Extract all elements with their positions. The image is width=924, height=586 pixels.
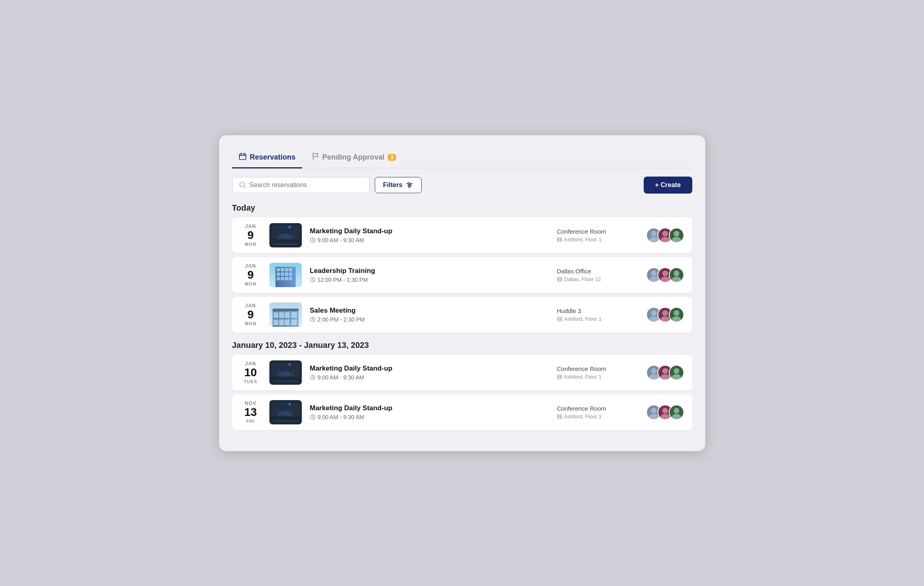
date-weekday: MON (245, 242, 256, 247)
svg-rect-39 (285, 268, 288, 271)
date-weekday: MON (245, 281, 256, 286)
location-name: Huddle 3 (557, 307, 638, 314)
event-time: 9:00 AM - 9:30 AM (310, 374, 549, 381)
svg-line-122 (313, 417, 314, 418)
svg-line-5 (244, 186, 245, 188)
event-info: Sales Meeting 2:00 PM - 2:30 PM (310, 307, 549, 323)
svg-point-85 (661, 316, 670, 322)
svg-point-30 (649, 237, 658, 242)
date-weekday: FRI (246, 419, 255, 424)
svg-point-87 (672, 316, 681, 322)
tab-pending-label: Pending Approval (322, 153, 384, 162)
location-info: Conference Room Ashford, Floor 1 (557, 228, 638, 243)
reservation-card[interactable]: JAN 9 MON (232, 257, 692, 293)
reservation-list: JAN 9 MON Marketing Daily Stand-up (232, 217, 692, 332)
event-title: Marketing Daily Stand-up (310, 404, 549, 412)
avatars (646, 365, 684, 380)
location-info: Dallas Office Dallas, Floor 12 (557, 268, 638, 282)
svg-rect-0 (239, 154, 246, 160)
svg-rect-37 (277, 268, 280, 271)
svg-point-119 (288, 403, 291, 405)
svg-point-29 (651, 231, 657, 237)
room-thumbnail (269, 303, 302, 327)
avatar (669, 365, 684, 380)
svg-point-82 (651, 310, 657, 316)
event-time: 9:00 AM - 9:30 AM (310, 237, 549, 243)
svg-point-61 (674, 271, 679, 276)
svg-rect-72 (285, 320, 290, 325)
reservation-card[interactable]: NOV 13 FRI Marketing Daily Stand-up (232, 394, 692, 430)
location-name: Conference Room (557, 405, 638, 412)
svg-point-34 (672, 237, 681, 242)
building-icon (557, 414, 562, 419)
location-name: Conference Room (557, 228, 638, 235)
svg-point-129 (649, 414, 658, 419)
flag-icon (312, 152, 319, 162)
event-time: 12:00 PM - 1:30 PM (310, 277, 549, 283)
svg-point-20 (288, 226, 291, 228)
svg-rect-77 (557, 317, 562, 321)
reservation-card[interactable]: JAN 10 TUES Marketing Daily Stand-up (232, 355, 692, 390)
reservation-card[interactable]: JAN 9 MON Marketing Daily Stand-up (232, 217, 692, 253)
svg-point-110 (672, 374, 681, 379)
clock-icon (310, 375, 316, 380)
search-input[interactable] (250, 181, 363, 189)
svg-point-109 (674, 368, 679, 374)
date-day: 13 (244, 406, 257, 419)
svg-point-32 (661, 237, 670, 242)
svg-point-133 (672, 414, 681, 419)
svg-point-62 (672, 277, 681, 282)
svg-rect-65 (273, 309, 299, 311)
reservation-card[interactable]: JAN 9 MON (232, 297, 692, 332)
svg-rect-48 (289, 277, 292, 280)
date-block: JAN 10 TUES (240, 361, 261, 384)
search-icon (239, 181, 246, 189)
svg-rect-71 (279, 320, 284, 325)
location-info: Huddle 3 Ashford, Floor 1 (557, 307, 638, 322)
tab-pending[interactable]: Pending Approval 3 (305, 148, 403, 168)
date-month: NOV (245, 401, 256, 406)
filters-icon (406, 181, 413, 189)
location-info: Conference Room Ashford, Floor 1 (557, 405, 638, 420)
svg-point-105 (651, 368, 657, 374)
room-thumbnail (269, 223, 302, 247)
building-icon (557, 277, 562, 282)
svg-point-118 (280, 411, 291, 416)
filters-button[interactable]: Filters (375, 177, 422, 193)
clock-icon (310, 277, 316, 283)
tab-bar: Reservations Pending Approval 3 (232, 148, 692, 168)
create-button[interactable]: + Create (644, 177, 692, 194)
svg-rect-100 (557, 375, 562, 379)
clock-icon (310, 237, 316, 243)
tab-reservations[interactable]: Reservations (232, 148, 302, 168)
event-info: Marketing Daily Stand-up 9:00 AM - 9:30 … (310, 227, 549, 243)
avatars (646, 228, 684, 243)
tab-reservations-label: Reservations (250, 153, 296, 162)
svg-rect-73 (291, 320, 297, 325)
location-name: Dallas Office (557, 268, 638, 275)
svg-rect-38 (281, 268, 284, 271)
svg-point-95 (280, 371, 291, 376)
svg-line-76 (313, 320, 314, 320)
date-month: JAN (245, 263, 256, 269)
svg-rect-67 (279, 312, 284, 318)
sections-container: Today JAN 9 MON Marketing Daily Stand-up (232, 203, 692, 430)
svg-line-23 (313, 240, 314, 241)
building-icon (557, 316, 562, 322)
svg-rect-18 (273, 243, 298, 245)
avatar (669, 228, 684, 243)
event-title: Sales Meeting (310, 307, 549, 315)
svg-point-60 (661, 277, 670, 282)
svg-rect-70 (273, 320, 278, 325)
svg-point-31 (662, 231, 668, 237)
svg-point-96 (288, 363, 291, 366)
room-thumbnail (269, 360, 302, 385)
date-block: JAN 9 MON (240, 263, 261, 286)
date-weekday: MON (245, 321, 256, 326)
svg-point-33 (674, 231, 679, 237)
date-month: JAN (245, 361, 256, 367)
svg-point-131 (661, 414, 670, 419)
svg-point-84 (662, 310, 668, 316)
avatars (646, 405, 684, 420)
svg-line-51 (313, 280, 314, 281)
